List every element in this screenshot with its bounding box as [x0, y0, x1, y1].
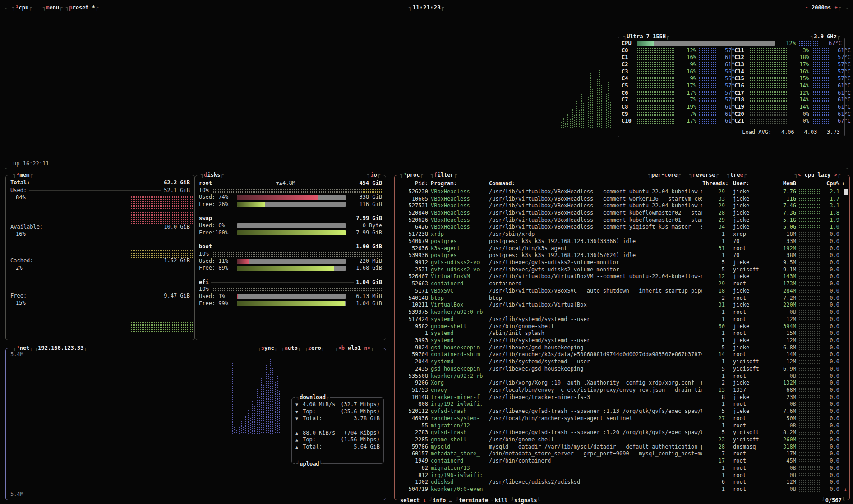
core-percent: 14% — [789, 82, 809, 89]
disk-used-row: Used: 1%6.13 MiB — [199, 293, 382, 300]
proc-row[interactable]: 59786mysqldmysqld --datadir /var/lib/mys… — [399, 443, 847, 450]
terminate-button[interactable]: terminate — [459, 497, 488, 504]
net-box-title[interactable]: ┐³net┌ — [12, 344, 33, 352]
proc-row[interactable]: 3993systemd/usr/lib/systemd/systemd --us… — [399, 337, 847, 344]
proc-row[interactable]: 6426VBoxHeadless/usr/lib/virtualbox/VBox… — [399, 224, 847, 231]
header-cpu[interactable]: Cpu% — [821, 180, 839, 187]
proc-row[interactable]: 9582gnome-shell/usr/bin/gnome-shell60jie… — [399, 323, 847, 330]
proc-cpu-graph — [797, 288, 821, 293]
disks-io-toggle[interactable]: ┐io┌ — [366, 171, 381, 179]
net-interface-selector[interactable]: ┐<b wlo1 n>┌ — [334, 344, 375, 352]
proc-row[interactable]: 535508kworker/u92:2-rb1root0B0.0 — [399, 372, 847, 380]
preset-button[interactable]: ┐preset *┌ — [65, 4, 99, 11]
proc-row[interactable]: 51753envoy/usr/local/bin/envoy -c etc/is… — [399, 386, 847, 394]
kill-button[interactable]: kill — [495, 497, 508, 504]
proc-filter-button[interactable]: ┐filter┌ — [430, 171, 458, 179]
proc-sort-selector[interactable]: ┐< cpu lazy >┌ — [794, 171, 841, 179]
interval-plus-button[interactable]: + — [835, 5, 838, 11]
proc-row[interactable]: 60157metadata_store_/bin/metadata_store_… — [399, 450, 847, 458]
sort-direction-icon[interactable]: ↑ — [839, 180, 847, 187]
proc-row[interactable]: 2435gsd-housekeepin/usr/libexec/gsd-hous… — [399, 365, 847, 372]
proc-program: mysqld — [428, 444, 488, 450]
proc-user: jieke — [729, 337, 767, 344]
proc-row[interactable]: 526230VBoxHeadless/usr/lib/virtualbox/VB… — [399, 188, 847, 195]
header-user[interactable]: User: — [729, 180, 767, 187]
proc-user: yiqisoft — [729, 429, 767, 435]
proc-row[interactable]: 540148btopbtop2root7.2M0.0 — [399, 294, 847, 302]
menu-button[interactable]: ┐menu┌ — [42, 4, 63, 11]
header-memb[interactable]: MemB — [767, 180, 796, 187]
core-usage-graph — [750, 76, 788, 81]
proc-row[interactable]: 2044systemd/usr/lib/systemd/systemd --us… — [399, 358, 847, 365]
proc-row[interactable]: 520626VBoxHeadless/usr/lib/virtualbox/VB… — [399, 216, 847, 224]
core-usage-graph — [637, 97, 675, 102]
core-label: C19 — [734, 104, 750, 110]
disk-free-label: Free: 99% — [199, 300, 234, 307]
proc-row[interactable]: 526407VirtualBoxVM/usr/lib/virtualbox/Vi… — [399, 273, 847, 280]
proc-row[interactable]: 10148tracker-miner-f/usr/libexec/tracker… — [399, 394, 847, 401]
proc-row[interactable]: 517238xrdp/usr/sbin/xrdp1xrdp18M0.0 — [399, 230, 847, 238]
proc-row[interactable]: 1systemd/sbin/init splash1root15M0.0 — [399, 330, 847, 337]
proc-row[interactable]: 520112gvfsd-trash/usr/libexec/gvfsd-tras… — [399, 408, 847, 415]
net-sync-button[interactable]: ┐sync┌ — [257, 344, 278, 352]
info-button[interactable]: info — [433, 497, 446, 504]
proc-row[interactable]: 517424systemd/usr/lib/systemd/systemd --… — [399, 316, 847, 323]
mem-box-title[interactable]: ┐²mem┌ — [12, 171, 33, 179]
net-auto-button[interactable]: ┐auto┌ — [281, 344, 302, 352]
proc-command: /usr/local/bin/rancher-system-agent sent… — [488, 415, 702, 422]
proc-threads: 1 — [702, 472, 725, 478]
proc-row[interactable]: 520840VBoxHeadless/usr/lib/virtualbox/VB… — [399, 209, 847, 216]
core-temp-graph — [698, 48, 716, 53]
proc-row[interactable]: 52636k3s-agent/usr/local/bin/k3s agent31… — [399, 245, 847, 252]
proc-threads: 7 — [702, 450, 725, 457]
net-stat-rows: ▼4.08 MiB/s(32.7 Mibps)▼Top:(35.6 Mibps)… — [295, 401, 380, 451]
proc-row[interactable]: 2531gvfs-udisks2-vo/usr/libexec/gvfs-udi… — [399, 266, 847, 273]
proc-row[interactable]: 52663containerdcontainerd29root173M0.0 — [399, 280, 847, 287]
proc-row[interactable]: 55migration/121root0B0.0 — [399, 422, 847, 429]
proc-percore-toggle[interactable]: ┐per-core┌ — [647, 171, 682, 179]
proc-row[interactable]: 812irq/196-iwlwifi:1root0B0.0 — [399, 472, 847, 479]
proc-row[interactable]: 539375kworker/u92:0-rb1root0B0.0 — [399, 308, 847, 316]
proc-row[interactable]: 5171VBoxSVC/usr/lib/virtualbox/VBoxSVC -… — [399, 287, 847, 294]
proc-user: jieke — [729, 210, 767, 216]
interval-minus-button[interactable]: - — [805, 5, 808, 11]
proc-cpu-percent: 0.0 — [821, 373, 839, 379]
core-temp: 61°C — [829, 96, 851, 103]
proc-row[interactable]: 1949containerd/usr/bin/containerd17root4… — [399, 457, 847, 464]
select-button[interactable]: select — [400, 497, 420, 504]
core-temp: 57°C — [829, 69, 851, 75]
proc-row[interactable]: 540679postgrespostgres: k3s k3s 192.168.… — [399, 238, 847, 245]
disk-io-row: IO% — [199, 187, 382, 194]
header-threads[interactable]: Threads: — [702, 180, 729, 187]
proc-row[interactable]: 808irq/192-iwlwifi:1root0B0.0 — [399, 401, 847, 408]
proc-row[interactable]: 9912gvfs-udisks2-vo/usr/libexec/gvfs-udi… — [399, 259, 847, 266]
graph-bar — [240, 421, 242, 434]
proc-memory: 0B — [767, 401, 796, 407]
cpu-box-title[interactable]: ┐¹cpu┌ — [11, 4, 32, 11]
proc-row[interactable]: 527531VBoxHeadless/usr/lib/virtualbox/VB… — [399, 202, 847, 209]
proc-row[interactable]: 1302udisksd/usr/libexec/udisks2/udisksd6… — [399, 478, 847, 486]
proc-row[interactable]: 504719kworker/0:0-even1root0B0.0 — [399, 486, 847, 493]
header-command[interactable]: Command: — [488, 180, 702, 187]
proc-row[interactable]: 59704containerd-shim/var/lib/rancher/k3s… — [399, 351, 847, 358]
proc-reverse-toggle[interactable]: ┐reverse┌ — [688, 171, 719, 179]
proc-row[interactable]: 62migration/131root0B0.0 — [399, 464, 847, 472]
net-zero-button[interactable]: ┐zero┌ — [304, 344, 325, 352]
proc-tree-toggle[interactable]: ┐tree┌ — [726, 171, 747, 179]
header-program[interactable]: Program: — [428, 180, 488, 187]
core-row: C819%61°C — [622, 103, 731, 110]
proc-program: irq/192-iwlwifi: — [428, 401, 488, 407]
proc-memory: 17M — [767, 450, 796, 457]
proc-row[interactable]: 9206Xorg/usr/lib/xorg/Xorg :10 -auth .Xa… — [399, 379, 847, 386]
mem-available-value: 10.0 GiB — [164, 224, 190, 231]
proc-row[interactable]: 9824gsd-housekeepin/usr/libexec/gsd-hous… — [399, 344, 847, 351]
signals-button[interactable]: signals — [514, 497, 537, 504]
proc-box-title[interactable]: ┐⁴proc┌ — [399, 171, 424, 179]
proc-row[interactable]: 10605VBoxHeadless/usr/lib/virtualbox/VBo… — [399, 195, 847, 202]
proc-row[interactable]: 539936postgrespostgres: k3s k3s 192.168.… — [399, 252, 847, 259]
proc-row[interactable]: 10211VirtualBox/usr/lib/virtualbox/Virtu… — [399, 302, 847, 309]
proc-row[interactable]: 2783gvfsd-trash/usr/libexec/gvfsd-trash … — [399, 429, 847, 436]
proc-scrollbar-thumb[interactable] — [844, 189, 848, 195]
proc-row[interactable]: 46936rancher-system-/usr/local/bin/ranch… — [399, 415, 847, 422]
proc-row[interactable]: 2285gnome-shell/usr/bin/gnome-shell23yiq… — [399, 436, 847, 443]
